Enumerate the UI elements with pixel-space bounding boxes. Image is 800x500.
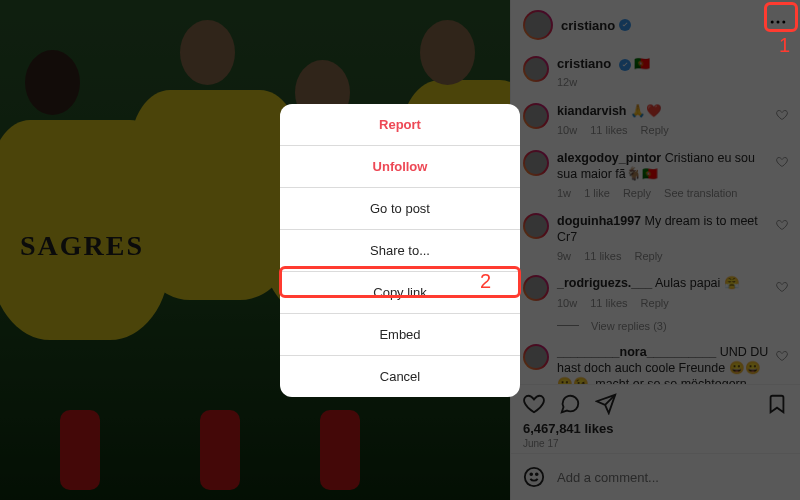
menu-share-to[interactable]: Share to... [280, 230, 520, 272]
menu-report[interactable]: Report [280, 104, 520, 146]
menu-unfollow[interactable]: Unfollow [280, 146, 520, 188]
options-menu: Report Unfollow Go to post Share to... C… [280, 104, 520, 397]
menu-copy-link[interactable]: Copy link [280, 272, 520, 314]
menu-cancel[interactable]: Cancel [280, 356, 520, 397]
modal-overlay[interactable]: Report Unfollow Go to post Share to... C… [0, 0, 800, 500]
menu-go-to-post[interactable]: Go to post [280, 188, 520, 230]
instagram-post-view: SAGRES cristiano cristiano 🇵🇹 12w [0, 0, 800, 500]
menu-embed[interactable]: Embed [280, 314, 520, 356]
